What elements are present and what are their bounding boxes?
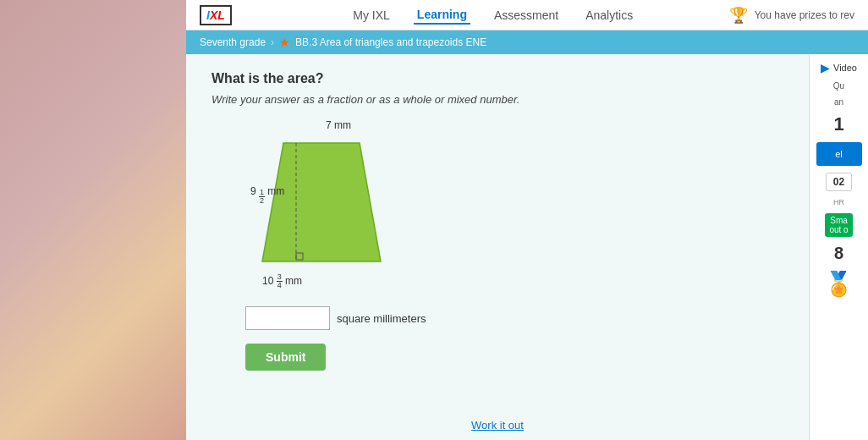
logo-box: IXL [200,5,232,25]
medal-icon: 🏅 [824,270,854,298]
smartscore-label: Sma [829,216,848,225]
work-it-out-link[interactable]: Work it out [471,419,524,432]
smartscore-badge: Sma out o [825,213,852,237]
breadcrumb-grade[interactable]: Seventh grade [200,36,266,48]
qu-label: Qu [833,81,844,91]
nav-learning[interactable]: Learning [414,6,470,25]
answer-unit: square millimeters [337,312,426,325]
prize-text: You have prizes to rev [755,9,854,21]
video-label: Video [833,63,857,73]
video-button[interactable]: ▶ Video [821,61,857,74]
app-container: IXL My IXL Learning Assessment Analytics… [186,0,868,440]
height-label: 9 12 mm [250,185,284,205]
nav-analytics[interactable]: Analytics [582,7,636,24]
hr-label: HR [833,198,844,206]
star-icon: ★ [279,36,290,49]
background-photo [0,0,195,440]
nav-my-ixl[interactable]: My IXL [349,7,393,24]
score-display: 1 [833,113,843,135]
bottom-base-label: 10 34 mm [262,273,415,289]
breadcrumb-separator: › [271,36,274,48]
nav-assessment[interactable]: Assessment [491,7,562,24]
answer-area: square millimeters [245,306,783,330]
logo-xl: XL [210,8,225,22]
sidebar-blue-bar: el [816,142,862,166]
nav-links: My IXL Learning Assessment Analytics [257,6,729,25]
diagram-container: 7 mm 9 12 mm 10 34 mm [245,119,415,289]
right-sidebar: ▶ Video Qu an 1 el 02 HR Sma out o 8 🏅 [809,54,868,440]
answer-input[interactable] [245,306,330,330]
question-instruction: Write your answer as a fraction or as a … [212,93,783,106]
trophy-icon: 🏆 [729,6,748,25]
smartscore-sub: out o [829,225,848,234]
question-area: What is the area? Write your answer as a… [186,54,809,440]
nav-right: 🏆 You have prizes to rev [729,6,854,25]
question-title: What is the area? [212,71,783,86]
logo[interactable]: IXL [200,5,232,25]
top-base-label: 7 mm [262,119,415,131]
breadcrumb: Seventh grade › ★ BB.3 Area of triangles… [186,30,868,54]
question-number: 02 [826,173,852,191]
breadcrumb-lesson: BB.3 Area of triangles and trapezoids EN… [295,36,486,48]
play-icon: ▶ [821,61,830,74]
score-number: 8 [834,244,843,263]
submit-button[interactable]: Submit [245,344,326,371]
main-content: What is the area? Write your answer as a… [186,54,868,440]
top-nav: IXL My IXL Learning Assessment Analytics… [186,0,868,30]
an-label: an [834,97,843,107]
